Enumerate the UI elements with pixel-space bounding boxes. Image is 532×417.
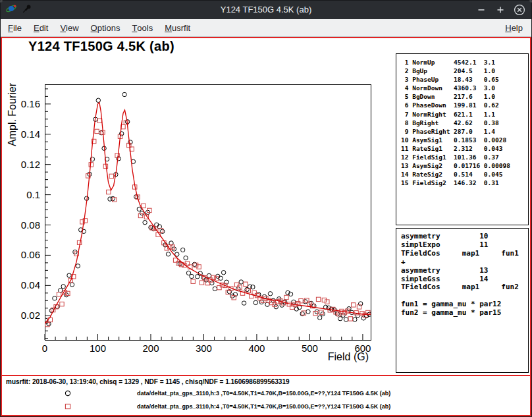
y-tick-label: 0.04 [21,279,40,291]
fit-parameters-box: 1 NormUp 4542.1 3.1 2 BgUp 204.5 1.0 3 P… [396,53,529,225]
fit-parameters-text: 1 NormUp 4542.1 3.1 2 BgUp 204.5 1.0 3 P… [396,54,528,187]
titlebar[interactable]: Y124 TF150G 4.5K (ab) [1,1,531,19]
data-series-circles [43,92,371,326]
y-tick-label: 0.16 [21,98,40,109]
menu-file[interactable]: File [2,19,28,36]
legend-label-h3: data/deltat_pta_gps_3110,h:3 ,T0=4.50K,T… [137,390,390,397]
y-tick-label: 0.08 [21,219,40,231]
app-icon [5,3,17,17]
pin-icon[interactable] [22,3,32,16]
menubar: FileEditViewOptionsToolsMusrfit Help [1,19,531,37]
menu-options[interactable]: Options [85,19,126,36]
x-tick-label: 300 [196,343,212,354]
x-tick-label: 0 [42,343,47,354]
legend-square-marker-icon [63,401,73,412]
legend-row-h3: data/deltat_pta_gps_3110,h:3 ,T0=4.50K,T… [2,388,530,399]
y-tick-label: 0.12 [21,159,40,170]
axes-ticks [45,89,363,340]
menu-musrfit[interactable]: Musrfit [159,19,196,36]
legend-label-h4: data/deltat_pta_gps_3110,h:4 ,T0=4.50K,T… [137,403,390,410]
data-series-squares [45,119,370,327]
menu-view[interactable]: View [54,19,84,36]
theory-box: asymmetry 10 simplExpo 11 TFieldCos map1… [396,228,529,373]
fourier-amplitude-plot[interactable]: 0.020.040.060.080.10.120.140.16010020030… [2,38,397,375]
root-canvas[interactable]: Y124 TF150G 4.5K (ab) 0.020.040.060.080.… [1,37,531,416]
theory-text: asymmetry 10 simplExpo 11 TFieldCos map1… [396,229,528,318]
legend-row-h4: data/deltat_pta_gps_3110,h:4 ,T0=4.50K,T… [2,401,530,412]
menu-edit[interactable]: Edit [28,19,54,36]
y-tick-label: 0.06 [21,249,40,260]
y-tick-label: 0.14 [21,128,40,140]
maximize-icon[interactable] [494,4,506,16]
y-tick-label: 0.02 [21,310,40,321]
close-icon[interactable] [514,4,525,16]
minimize-icon[interactable] [475,4,487,16]
x-axis-title: Field (G) [328,351,369,362]
menubar-left: FileEditViewOptionsToolsMusrfit [1,19,196,36]
x-tick-label: 100 [90,343,106,354]
fit-stats: musrfit: 2018-06-30, 13:19:40, chisq = 1… [6,378,290,385]
menu-help[interactable]: Help [499,19,529,36]
menubar-right: Help [499,19,531,36]
y-axis-title: Ampl. Fourier [7,82,18,146]
window-title: Y124 TF150G 4.5K (ab) [1,1,531,19]
x-tick-label: 500 [302,343,318,354]
pad-divider [2,375,530,376]
app-window: Y124 TF150G 4.5K (ab) FileEditViewOption… [0,0,532,417]
menu-tools[interactable]: Tools [126,19,159,36]
legend-circle-marker-icon [63,388,73,399]
fit-line [45,103,371,323]
x-tick-label: 400 [248,343,265,354]
y-tick-label: 0.1 [26,189,40,200]
x-tick-label: 200 [142,343,159,354]
